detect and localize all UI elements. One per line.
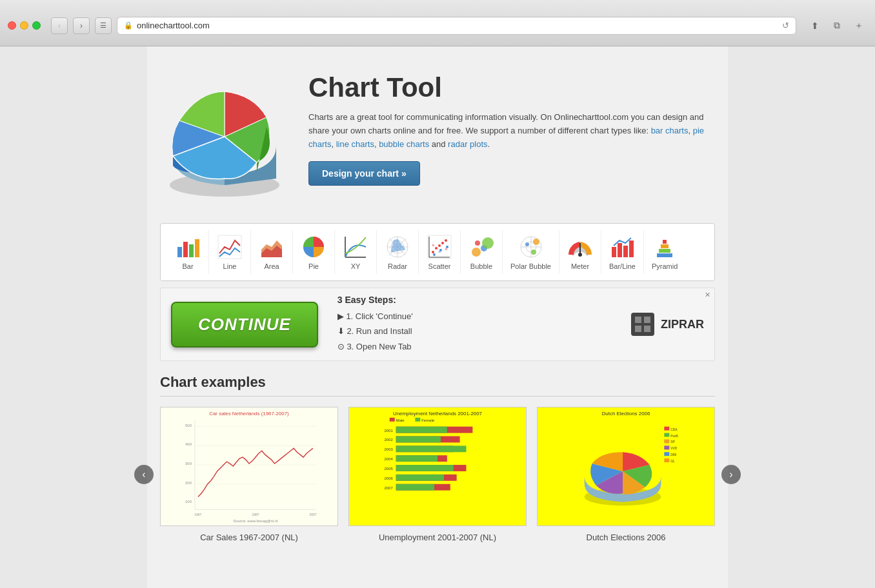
svg-rect-51 bbox=[657, 253, 672, 257]
svg-point-25 bbox=[441, 242, 444, 244]
lock-icon: 🔒 bbox=[124, 21, 133, 30]
examples-title: Chart examples bbox=[160, 374, 715, 397]
svg-rect-48 bbox=[623, 246, 628, 257]
ad-banner: ✕ CONTINUE 3 Easy Steps: ▶ 1. Click 'Con… bbox=[160, 288, 715, 361]
svg-rect-92 bbox=[396, 475, 444, 481]
chart-type-bar[interactable]: Bar bbox=[167, 230, 209, 274]
url-bar[interactable]: 🔒 onlinecharttool.com ↺ bbox=[117, 17, 796, 35]
svg-text:400: 400 bbox=[185, 443, 192, 447]
car-sales-thumb: Car sales Netherlands (1967-2007) 500 40… bbox=[160, 407, 338, 526]
svg-point-41 bbox=[533, 239, 539, 245]
svg-text:PvdA: PvdA bbox=[670, 435, 679, 438]
chart-type-radar[interactable]: Radar bbox=[377, 230, 419, 274]
svg-rect-108 bbox=[664, 440, 669, 444]
share-button[interactable]: ⬆ bbox=[807, 17, 823, 34]
svg-text:2001: 2001 bbox=[385, 429, 393, 433]
svg-text:2007: 2007 bbox=[385, 486, 393, 490]
prev-arrow[interactable]: ‹ bbox=[134, 465, 154, 484]
svg-text:Unemployment Netherlands 2001-: Unemployment Netherlands 2001-2007 bbox=[393, 411, 482, 416]
examples-section: Chart examples ‹ Car sales Netherlands (… bbox=[160, 374, 715, 542]
svg-text:D66: D66 bbox=[670, 453, 676, 456]
close-button[interactable] bbox=[8, 21, 16, 30]
svg-text:Source: www.bovag@nl.nl: Source: www.bovag@nl.nl bbox=[233, 519, 277, 523]
chart-type-xy[interactable]: XY bbox=[335, 230, 377, 274]
svg-text:500: 500 bbox=[185, 424, 192, 427]
svg-point-42 bbox=[525, 242, 529, 246]
minimize-button[interactable] bbox=[20, 21, 28, 30]
page-wrapper: Chart Tool Charts are a great tool for c… bbox=[0, 46, 875, 588]
hero-text: Chart Tool Charts are a great tool for c… bbox=[308, 72, 715, 186]
svg-text:GL: GL bbox=[670, 460, 675, 463]
bar-charts-link[interactable]: bar charts bbox=[651, 126, 689, 135]
svg-rect-112 bbox=[664, 452, 669, 456]
next-arrow[interactable]: › bbox=[721, 465, 741, 484]
svg-point-35 bbox=[482, 237, 494, 249]
hero-section: Chart Tool Charts are a great tool for c… bbox=[160, 59, 715, 217]
chart-type-polar-bubble[interactable]: Polar Bubble bbox=[503, 230, 559, 274]
new-tab-button[interactable]: ＋ bbox=[850, 17, 867, 34]
svg-rect-114 bbox=[664, 458, 669, 462]
browser-chrome: ‹ › ☰ 🔒 onlinecharttool.com ↺ ⬆ ⧉ ＋ bbox=[0, 0, 875, 46]
svg-point-23 bbox=[435, 247, 438, 250]
chart-type-meter[interactable]: Meter bbox=[559, 230, 601, 274]
svg-rect-46 bbox=[612, 247, 616, 257]
line-charts-link[interactable]: line charts bbox=[336, 139, 374, 149]
svg-point-45 bbox=[578, 253, 582, 257]
svg-point-43 bbox=[531, 250, 536, 255]
bar-line-label: Bar/Line bbox=[609, 262, 636, 270]
svg-rect-52 bbox=[659, 249, 670, 253]
ziprar-logo-text: ZIPRAR bbox=[661, 318, 704, 331]
chart-type-scatter[interactable]: × × × Scatter bbox=[419, 230, 461, 274]
xy-label: XY bbox=[351, 262, 361, 270]
svg-rect-49 bbox=[629, 240, 634, 257]
examples-grid: ‹ Car sales Netherlands (1967-2007) 500 … bbox=[160, 407, 715, 542]
svg-rect-86 bbox=[396, 446, 467, 453]
chart-type-bar-line[interactable]: Bar/Line bbox=[601, 230, 644, 274]
chart-type-pie[interactable]: Pie bbox=[293, 230, 335, 274]
svg-point-27 bbox=[433, 253, 436, 256]
svg-point-22 bbox=[432, 251, 434, 253]
ad-steps-title: 3 Easy Steps: bbox=[337, 295, 617, 305]
svg-rect-110 bbox=[664, 446, 669, 450]
ziprar-icon bbox=[630, 311, 656, 337]
back-button[interactable]: ‹ bbox=[51, 17, 68, 34]
svg-rect-2 bbox=[183, 242, 188, 257]
svg-rect-104 bbox=[664, 427, 669, 431]
svg-text:Female: Female bbox=[421, 418, 434, 422]
radar-plots-link[interactable]: radar plots bbox=[448, 139, 487, 149]
fullscreen-button[interactable] bbox=[32, 21, 41, 30]
svg-text:Car sales Netherlands (1967-20: Car sales Netherlands (1967-2007) bbox=[209, 411, 289, 416]
reload-icon[interactable]: ↺ bbox=[782, 21, 789, 30]
design-chart-button[interactable]: Design your chart » bbox=[308, 161, 420, 186]
chart-type-area[interactable]: Area bbox=[251, 230, 293, 274]
car-sales-label: Car Sales 1967-2007 (NL) bbox=[200, 533, 298, 542]
forward-button[interactable]: › bbox=[73, 17, 90, 34]
bubble-charts-link[interactable]: bubble charts bbox=[379, 139, 429, 149]
svg-point-36 bbox=[475, 240, 480, 246]
continue-button[interactable]: CONTINUE bbox=[171, 302, 318, 348]
svg-rect-82 bbox=[396, 427, 447, 433]
svg-rect-4 bbox=[195, 239, 199, 257]
example-car-sales[interactable]: Car sales Netherlands (1967-2007) 500 40… bbox=[160, 407, 338, 542]
chart-type-pyramid[interactable]: Pyramid bbox=[644, 230, 685, 274]
svg-point-24 bbox=[438, 244, 441, 247]
ad-step-1: ▶ 1. Click 'Continue' bbox=[337, 309, 617, 324]
meter-label: Meter bbox=[571, 262, 589, 270]
example-elections[interactable]: Dutch Elections 2006 bbox=[537, 407, 715, 542]
svg-text:Dutch Elections 2006: Dutch Elections 2006 bbox=[602, 411, 650, 416]
svg-rect-1 bbox=[177, 247, 182, 257]
radar-label: Radar bbox=[388, 262, 407, 270]
svg-text:2002: 2002 bbox=[385, 438, 393, 442]
svg-rect-90 bbox=[396, 465, 454, 471]
ad-step-2: ⬇ 2. Run and Install bbox=[337, 324, 617, 338]
svg-text:300: 300 bbox=[185, 462, 192, 466]
chart-type-line[interactable]: Line bbox=[209, 230, 251, 274]
example-unemployment[interactable]: Unemployment Netherlands 2001-2007 Male … bbox=[348, 407, 527, 542]
ad-close-button[interactable]: ✕ bbox=[705, 291, 710, 299]
sidebar-button[interactable]: ☰ bbox=[95, 17, 112, 34]
chart-type-bubble[interactable]: Bubble bbox=[461, 230, 503, 274]
duplicate-button[interactable]: ⧉ bbox=[829, 17, 845, 34]
ad-steps-list: ▶ 1. Click 'Continue' ⬇ 2. Run and Insta… bbox=[337, 309, 617, 354]
svg-text:100: 100 bbox=[185, 500, 192, 504]
svg-rect-59 bbox=[644, 326, 650, 332]
